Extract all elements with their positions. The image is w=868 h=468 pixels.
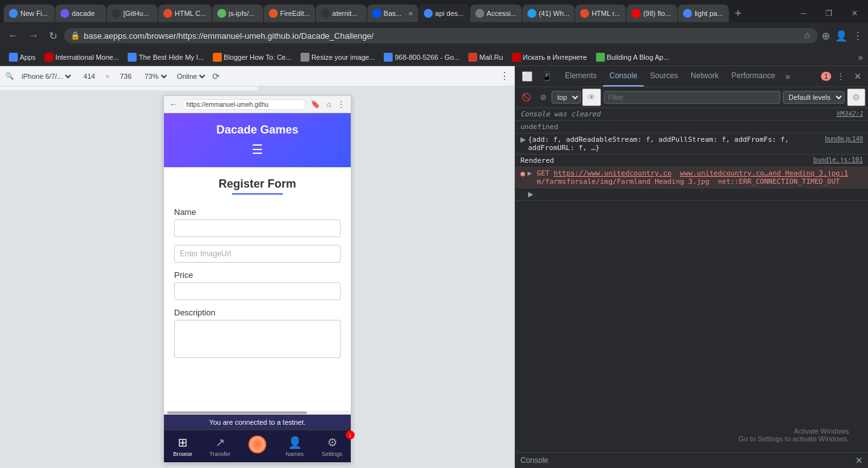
eye-button[interactable]: 👁 [582,88,601,106]
profile-icon[interactable]: 👤 [835,30,848,42]
bookmark-intl-money[interactable]: International Mone... [41,52,123,63]
minimize-button[interactable]: ─ [794,9,813,18]
back-button[interactable]: ← [5,29,22,43]
bookmark-resize-image[interactable]: Resize your image... [297,52,379,63]
activate-windows-watermark: Activate Windows Go to Settings to activ… [738,427,849,443]
tab-sources[interactable]: Sources [644,66,684,86]
error-expand-icon[interactable]: ▶ [527,169,532,177]
sim-more-icon[interactable]: ⋮ [336,99,347,110]
bookmark-blogger-label: Blogger How To: Ce... [224,53,292,61]
tab-console[interactable]: Console [603,66,644,86]
tab-jsipfs[interactable]: js-ipfs/... [212,4,263,22]
bookmarks-more-icon[interactable]: » [858,52,863,62]
hamburger-menu-icon[interactable]: ☰ [174,142,341,157]
bookmark-mailru[interactable]: Mail.Ru [465,52,506,63]
width-input[interactable] [78,72,100,80]
bookmark-yandex[interactable]: Искать в Интернете [508,52,591,63]
tab-98flo[interactable]: (98) flo... [627,4,677,22]
bookmark-mailru-label: Mail.Ru [479,53,503,61]
bookmark-best-hide[interactable]: The Best Hide My I... [124,52,208,63]
tab-new-file[interactable]: New Fi... [4,4,55,22]
devtools-toolbar: ⬜ 📱 Elements Console Sources Network Per… [515,66,868,87]
tab-github[interactable]: [GitHu... [107,4,158,22]
error-url-link[interactable]: https://www.unitedcountry.co [553,169,671,177]
clear-console-button[interactable]: 🚫 [518,90,535,104]
tab-elements[interactable]: Elements [559,66,603,86]
description-input[interactable] [174,320,341,358]
maximize-button[interactable]: ❐ [819,9,839,18]
inspect-mode-icon[interactable]: 🔍 [5,72,14,80]
rendered-ref[interactable]: bundle.js:101 [813,156,863,163]
devtools-tabs-more-icon[interactable]: » [782,66,794,86]
reload-button[interactable]: ↻ [46,29,60,43]
app-title: Dacade Games [174,123,341,137]
tab-fireedit[interactable]: FireEdit... [264,4,315,22]
devtools-more-button[interactable]: ✕ [850,67,865,85]
tab-htmlr[interactable]: HTML r... [575,4,626,22]
nav-transfer[interactable]: ↗ Transfer [201,433,239,460]
sim-bookmark-icon[interactable]: 🔖 [309,99,322,110]
console-settings-button[interactable]: ⚙ [847,88,865,106]
address-input-wrap[interactable]: 🔒 base.aepps.com/browser/https://emmanue… [64,28,818,43]
horizontal-scrollbar[interactable] [164,411,351,415]
nav-names[interactable]: 👤 Names [276,433,313,460]
close-console-button[interactable]: ✕ [855,455,863,465]
more-options-icon[interactable]: ⋮ [853,30,863,42]
preserve-log-button[interactable]: ⊘ [536,90,550,104]
console-expand-row[interactable]: ▶ [515,188,868,201]
address-text: base.aepps.com/browser/https://emmanuel-… [84,31,799,41]
intl-money-favicon [44,53,53,62]
sim-home-icon[interactable]: ⌂ [325,99,333,110]
default-levels-select[interactable]: Default levels [783,91,844,104]
imageurl-input[interactable] [174,245,341,263]
names-icon: 👤 [288,436,302,450]
devtools-settings-button[interactable]: ⋮ [832,67,849,85]
bookmark-building-blog[interactable]: Building A Blog Ap... [592,52,673,63]
price-input[interactable] [174,282,341,300]
cleared-ref[interactable]: VM342:1 [836,110,863,117]
bookmark-blogger[interactable]: Blogger How To: Ce... [209,52,295,63]
rotate-icon[interactable]: ⟳ [212,71,220,81]
scroll-thumb[interactable] [167,411,307,414]
tab-aternit[interactable]: aternit... [316,4,367,22]
new-tab-button[interactable]: + [729,4,747,22]
nav-settings[interactable]: ⚙ Settings 1 [313,433,351,460]
context-select[interactable]: top [552,91,581,104]
app-content: Register Form Name Price Descript [164,167,351,411]
inspect-element-button[interactable]: ⬜ [518,67,536,85]
nav-browse[interactable]: ⊞ Browse [164,433,201,460]
tab-htmlc[interactable]: HTML C... [158,4,212,22]
error-url-link2[interactable]: www.unitedcountry.co…and Heading 3.jpg:1 [680,169,848,177]
tab-api-des[interactable]: api des... [419,4,470,22]
name-input[interactable] [174,219,341,237]
nav-avatar[interactable] [239,433,276,460]
tab-title: Bas... [384,10,405,17]
form-group-imageurl [174,245,341,263]
close-button[interactable]: ✕ [845,9,864,18]
tab-close-icon[interactable]: ✕ [408,10,413,17]
console-message-rendered: Rendered bundle.js:101 [515,155,868,167]
bundle148-ref[interactable]: bundle.js:148 [825,135,864,152]
forward-button[interactable]: → [25,29,42,43]
filter-input[interactable] [604,91,780,104]
device-mode-button[interactable]: 📱 [538,67,556,85]
tab-network[interactable]: Network [684,66,725,86]
device-toolbar-more-icon[interactable]: ⋮ [499,70,510,82]
device-select[interactable]: iPhone 6/7/... [19,72,73,81]
tab-base[interactable]: Bas... ✕ [367,4,418,22]
tab-performance[interactable]: Performance [725,66,782,86]
bookmark-star-icon[interactable]: ☆ [803,31,811,41]
bookmark-968[interactable]: 968-800-5266 - Go... [380,52,463,63]
height-input[interactable] [114,72,137,80]
tab-41wh[interactable]: (41) Wh... [522,4,574,22]
bookmark-apps[interactable]: Apps [5,52,39,63]
sim-back-icon[interactable]: ← [168,99,179,110]
zoom-icon[interactable]: ⊕ [822,30,830,42]
console-message-bundle148[interactable]: ▶ {add: f, addReadableStream: f, addPull… [515,134,868,155]
tab-accessib[interactable]: Accessi... [470,4,522,22]
tab-lightpa[interactable]: light pa... [678,4,729,22]
tab-dacade[interactable]: dacade [55,4,106,22]
tab-title: dacade [72,10,101,17]
zoom-select[interactable]: 73% [142,72,169,81]
connection-select[interactable]: Online [174,72,207,81]
